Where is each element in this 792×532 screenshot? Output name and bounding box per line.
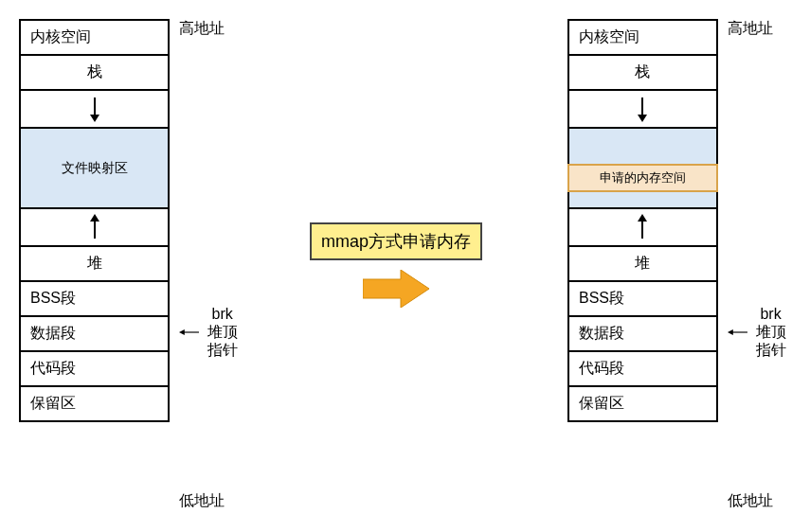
svg-marker-5 — [179, 329, 185, 335]
heap-grows-up-icon — [569, 209, 716, 247]
arrow-left-icon — [179, 326, 199, 339]
segment-text: 代码段 — [21, 352, 168, 387]
requested-memory-region: 申请的内存空间 — [567, 164, 718, 192]
segment-text: 代码段 — [569, 352, 716, 387]
heap-grows-up-icon — [21, 209, 168, 247]
segment-kernel: 内核空间 — [21, 21, 168, 56]
segment-kernel: 内核空间 — [569, 21, 716, 56]
brk-text-2: 堆顶指针 — [753, 323, 788, 359]
side-labels-right: 高地址 brk 堆顶指针 低地址 — [718, 19, 773, 511]
high-address-label: 高地址 — [179, 19, 225, 39]
memory-layout-after: 内核空间 栈 申请的内存空间 堆 BSS段 数据段 代码段 保留区 高地址 — [567, 19, 773, 511]
stack-grows-down-icon — [569, 91, 716, 129]
segment-bss: BSS段 — [21, 282, 168, 317]
memory-stack-left: 内核空间 栈 文件映射区 堆 BSS段 数据段 代码段 保留区 — [19, 19, 170, 422]
stack-grows-down-icon — [21, 91, 168, 129]
memory-layout-before: 内核空间 栈 文件映射区 堆 BSS段 数据段 代码段 保留区 高地址 brk — [19, 19, 225, 511]
low-address-label: 低地址 — [728, 491, 773, 511]
svg-marker-10 — [638, 214, 647, 222]
segment-data: 数据段 — [569, 317, 716, 352]
segment-reserved: 保留区 — [21, 387, 168, 422]
brk-text-2: 堆顶指针 — [205, 323, 240, 359]
brk-text-1: brk — [753, 305, 788, 323]
segment-heap: 堆 — [21, 247, 168, 282]
brk-pointer-label: brk 堆顶指针 — [179, 305, 240, 360]
big-arrow-right-icon — [363, 270, 429, 308]
mapping-label: 文件映射区 — [62, 160, 128, 177]
segment-bss: BSS段 — [569, 282, 716, 317]
segment-stack: 栈 — [21, 56, 168, 91]
segment-stack: 栈 — [569, 56, 716, 91]
svg-marker-8 — [638, 115, 647, 122]
segment-data: 数据段 — [21, 317, 168, 352]
memory-stack-right: 内核空间 栈 申请的内存空间 堆 BSS段 数据段 代码段 保留区 — [567, 19, 718, 422]
low-address-label: 低地址 — [179, 491, 225, 511]
svg-marker-3 — [90, 214, 99, 222]
segment-heap: 堆 — [569, 247, 716, 282]
svg-marker-6 — [363, 270, 429, 308]
mmap-caption: mmap方式申请内存 — [310, 222, 482, 260]
segment-file-mapping: 文件映射区 — [21, 129, 168, 209]
mmap-transition: mmap方式申请内存 — [310, 222, 482, 308]
brk-text-1: brk — [205, 305, 240, 323]
segment-reserved: 保留区 — [569, 387, 716, 422]
brk-pointer-label: brk 堆顶指针 — [728, 305, 788, 360]
side-labels-left: 高地址 brk 堆顶指针 低地址 — [170, 19, 225, 511]
svg-marker-12 — [728, 329, 733, 335]
segment-file-mapping: 申请的内存空间 — [569, 129, 716, 209]
arrow-left-icon — [728, 326, 747, 339]
high-address-label: 高地址 — [728, 19, 773, 39]
svg-marker-1 — [90, 115, 99, 122]
